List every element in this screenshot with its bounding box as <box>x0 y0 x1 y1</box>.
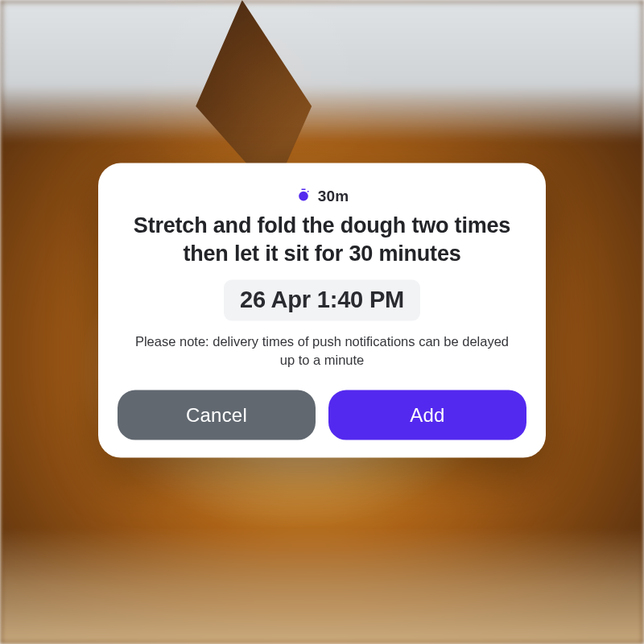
add-button[interactable]: Add <box>328 390 526 440</box>
reminder-dialog: 30m Stretch and fold the dough two times… <box>98 163 546 458</box>
dialog-button-row: Cancel Add <box>118 390 526 440</box>
cancel-button[interactable]: Cancel <box>118 390 316 440</box>
delay-note: Please note: delivery times of push noti… <box>132 332 512 369</box>
scheduled-time-chip[interactable]: 26 Apr 1:40 PM <box>224 280 420 321</box>
dialog-title: Stretch and fold the dough two times the… <box>122 212 522 267</box>
duration-label: 30m <box>318 188 349 205</box>
viewport: 30m Stretch and fold the dough two times… <box>0 0 644 644</box>
duration-row: 30m <box>295 188 349 205</box>
timer-icon <box>295 188 312 204</box>
